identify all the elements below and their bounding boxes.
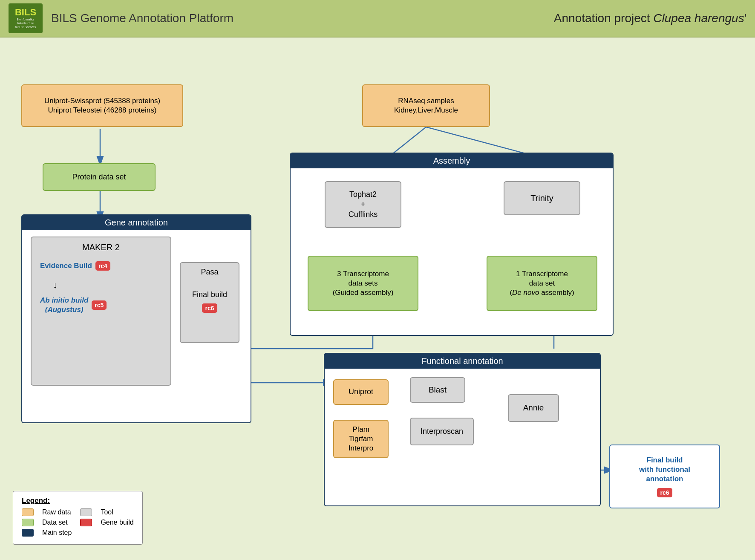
- legend-raw-swatch: [22, 508, 34, 516]
- svg-text:Infrastructure: Infrastructure: [17, 22, 34, 25]
- pasa-label: Pasa: [201, 267, 218, 277]
- rc5-badge: rc5: [92, 300, 107, 310]
- evidence-build-label: Evidence Build: [40, 261, 92, 271]
- tophat-box: Tophat2+Cufflinks: [325, 181, 401, 228]
- rc6-pasa-badge: rc6: [202, 303, 217, 313]
- interproscan-label: Interproscan: [421, 427, 463, 436]
- transcriptome-guided-box: 3 Transcriptomedata sets(Guided assembly…: [308, 256, 418, 311]
- rnaseq-box: RNAseq samplesKidney,Liver,Muscle: [362, 84, 490, 127]
- final-build-label: Final buildwith functionalannotation: [639, 456, 690, 484]
- legend-title: Legend:: [22, 496, 134, 505]
- svg-text:Bioinformatics: Bioinformatics: [17, 18, 35, 21]
- assembly-header: Assembly: [291, 153, 613, 168]
- legend: Legend: Raw data Tool Data set Gene buil…: [13, 491, 143, 545]
- gene-annotation-section: Gene annotation MAKER 2 Evidence Build r…: [21, 214, 251, 423]
- legend-genebuild-swatch: [80, 519, 92, 526]
- trinity-label: Trinity: [530, 193, 553, 204]
- uniprot-fa-box: Uniprot: [333, 379, 389, 405]
- uniprot-fa-label: Uniprot: [349, 387, 373, 397]
- blast-box: Blast: [410, 377, 465, 403]
- legend-tool-swatch: [80, 508, 92, 516]
- functional-annotation-section: Functional annotation Uniprot PfamTigrfa…: [324, 353, 601, 506]
- transcriptome-denovo-label: 1 Transcriptomedata set(De novo assembly…: [510, 269, 574, 297]
- pfam-box: PfamTigrfamInterpro: [333, 420, 389, 458]
- maker2-box: MAKER 2 Evidence Build rc4 ↓ Ab initio b…: [31, 237, 171, 386]
- legend-tool-label: Tool: [101, 508, 133, 516]
- project-title: Annotation project Clupea harengus': [554, 12, 746, 25]
- legend-dataset-swatch: [22, 519, 34, 526]
- ab-initio-label: Ab initio build(Augustus): [40, 296, 88, 315]
- rc6-final-badge: rc6: [657, 488, 672, 497]
- rc4-badge: rc4: [95, 261, 110, 271]
- maker2-label: MAKER 2: [36, 242, 166, 253]
- down-arrow-icon: ↓: [36, 279, 58, 292]
- trinity-box: Trinity: [504, 181, 580, 215]
- rnaseq-label: RNAseq samplesKidney,Liver,Muscle: [394, 96, 458, 115]
- legend-genebuild-label: Gene build: [101, 519, 133, 526]
- uniprot-swissprot-label: Uniprot-Swissprot (545388 proteins)Unipr…: [44, 96, 160, 115]
- legend-mainstep-label: Main step: [42, 529, 72, 537]
- legend-dataset-label: Data set: [42, 519, 72, 526]
- assembly-section: Assembly Tophat2+Cufflinks Trinity 3 Tra…: [290, 153, 614, 336]
- annie-box: Annie: [508, 394, 559, 422]
- tophat-label: Tophat2+Cufflinks: [349, 190, 378, 219]
- functional-annotation-header: Functional annotation: [325, 354, 600, 369]
- gene-annotation-header: Gene annotation: [22, 215, 251, 230]
- protein-dataset-box: Protein data set: [43, 163, 156, 191]
- pasa-box: Pasa Final build rc6: [180, 262, 239, 343]
- platform-title: BILS Genome Annotation Platform: [51, 12, 554, 25]
- pfam-label: PfamTigrfamInterpro: [349, 425, 374, 453]
- svg-text:BILS: BILS: [15, 7, 36, 17]
- final-build-pasa-label: Final build: [192, 290, 227, 300]
- svg-text:for Life Sciences: for Life Sciences: [15, 26, 36, 29]
- legend-mainstep-swatch: [22, 529, 34, 537]
- diagram-area: Uniprot-Swissprot (545388 proteins)Unipr…: [0, 38, 755, 560]
- legend-raw-label: Raw data: [42, 508, 72, 516]
- legend-grid: Raw data Tool Data set Gene build Main s…: [22, 508, 134, 539]
- blast-label: Blast: [429, 385, 447, 395]
- bils-logo: BILS Bioinformatics Infrastructure for L…: [9, 3, 43, 33]
- transcriptome-guided-label: 3 Transcriptomedata sets(Guided assembly…: [333, 269, 394, 297]
- protein-dataset-label: Protein data set: [72, 172, 126, 182]
- uniprot-swissprot-box: Uniprot-Swissprot (545388 proteins)Unipr…: [21, 84, 183, 127]
- annie-label: Annie: [523, 403, 544, 413]
- header: BILS Bioinformatics Infrastructure for L…: [0, 0, 755, 38]
- interproscan-box: Interproscan: [410, 418, 474, 445]
- transcriptome-denovo-box: 1 Transcriptomedata set(De novo assembly…: [487, 256, 597, 311]
- final-build-box: Final buildwith functionalannotation rc6: [609, 445, 720, 508]
